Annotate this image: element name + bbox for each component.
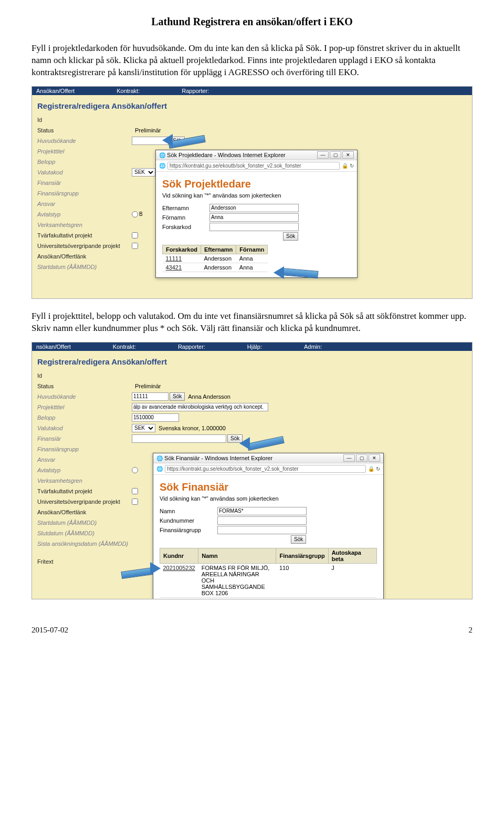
huvudsokande-input[interactable] (132, 392, 169, 401)
popup-sok-button[interactable]: Sök (291, 535, 306, 544)
label-status: Status (37, 383, 132, 389)
results-table: Forskarkod Efternamn Förnamn 11111 Ander… (162, 245, 268, 272)
label-valutakod: Valutakod (37, 169, 132, 175)
results-table: Kundnr Namn Finansiärsgrupp Autoskapa be… (160, 548, 377, 598)
label-fritext: Fritext (37, 558, 132, 565)
label-projekttitel: Projekttitel (37, 148, 132, 154)
table-row[interactable]: 2021005232 FORMAS FR FÖR MILJÖ, AREELLA … (160, 563, 377, 597)
label-lank: Ansökan/Offertlänk (37, 509, 132, 515)
label-id: Id (37, 117, 132, 123)
belopp-input[interactable] (132, 413, 179, 422)
close-icon[interactable]: ✕ (369, 454, 380, 462)
label-status: Status (37, 127, 132, 133)
popup-window-title: Sök Projektledare - Windows Internet Exp… (167, 152, 286, 158)
label-efternamn: Efternamn (162, 205, 209, 211)
maximize-icon[interactable]: ▢ (330, 151, 341, 159)
status-value: Preliminär (135, 383, 161, 389)
label-projekttitel: Projekttitel (37, 404, 132, 410)
label-belopp: Belopp (37, 159, 132, 165)
cell-finansiarsgrupp: 110 (276, 563, 328, 597)
projekttitel-input[interactable] (132, 403, 268, 411)
efternamn-input[interactable] (209, 204, 299, 212)
kundnummer-input[interactable] (217, 516, 307, 525)
label-tvarfak: Tvärfakultativt projekt (37, 232, 132, 238)
popup-heading: Sök Projektledare (162, 178, 351, 190)
fornamn-input[interactable] (209, 213, 299, 222)
finansiarsgrupp-input[interactable] (217, 526, 307, 534)
th-kundnr: Kundnr (160, 548, 198, 563)
label-avtalstyp: Avtalstyp (37, 211, 132, 217)
valutakod-desc: Svenska kronor, 1.000000 (159, 425, 226, 431)
menu-kontrakt[interactable]: Kontrakt: (113, 344, 136, 350)
label-univ: Universitetsövergripande projekt (37, 243, 132, 249)
table-row[interactable]: 11111 Andersson Anna (163, 254, 268, 263)
th-efternamn: Efternamn (201, 245, 236, 254)
refresh-icon[interactable]: ↻ (376, 466, 380, 472)
menu-ansokan[interactable]: nsökan/Offert (36, 344, 71, 350)
tvarfak-checkbox[interactable] (132, 232, 138, 238)
menu-bar: nsökan/Offert Kontrakt: Rapporter: Hjälp… (32, 343, 472, 351)
cell-forskarkod[interactable]: 43421 (163, 263, 201, 272)
tvarfak-checkbox[interactable] (132, 488, 138, 494)
paragraph-2: Fyll i projekttitel, belopp och valutako… (32, 310, 472, 335)
menu-rapporter[interactable]: Rapporter: (178, 344, 205, 350)
cell-kundnr[interactable]: 2021005232 (160, 563, 198, 597)
menu-admin[interactable]: Admin: (304, 344, 322, 350)
label-id: Id (37, 372, 132, 379)
globe-icon (156, 455, 163, 461)
label-finansiar: Finansiär (37, 180, 132, 186)
label-finansiarsgrupp: Finansiärsgrupp (37, 190, 132, 196)
arrow-head-icon (150, 562, 161, 575)
th-finansiarsgrupp: Finansiärsgrupp (276, 548, 328, 563)
table-row[interactable]: 43421 Andersson Anna (163, 263, 268, 272)
avtalstyp-radio[interactable] (132, 467, 138, 473)
namn-input[interactable] (217, 507, 307, 515)
avtalstyp-radio[interactable] (132, 211, 138, 217)
label-verksamhetsgren: Verksamhetsgren (37, 222, 132, 228)
label-forskarkod: Forskarkod (162, 224, 209, 230)
minimize-icon[interactable]: — (343, 454, 355, 462)
th-autoskapa: Autoskapa beta (328, 548, 376, 563)
url-bar[interactable]: https://kontrakt.gu.se/ekoutb/sok_fonste… (165, 465, 366, 473)
lock-icon (342, 163, 348, 169)
refresh-icon[interactable]: ↻ (350, 163, 354, 169)
label-namn: Namn (160, 508, 217, 514)
close-icon[interactable]: ✕ (342, 151, 354, 159)
label-belopp: Belopp (37, 414, 132, 421)
label-finansiarsgrupp: Finansiärsgrupp (160, 527, 217, 533)
univ-checkbox[interactable] (132, 243, 138, 249)
url-bar[interactable]: https://kontrakt.gu.se/ekoutb/sok_fonste… (167, 162, 340, 170)
th-namn: Namn (198, 548, 276, 563)
minimize-icon[interactable]: — (317, 151, 329, 159)
label-valutakod: Valutakod (37, 425, 132, 431)
menu-hjalp[interactable]: Hjälp: (247, 344, 262, 350)
popup-sok-projektledare: Sök Projektledare - Windows Internet Exp… (155, 150, 358, 278)
page-title: Lathund Registrera en ansökan/offert i E… (32, 16, 472, 28)
cell-forskarkod[interactable]: 11111 (163, 254, 201, 263)
label-huvudsokande: Huvudsökande (37, 138, 132, 144)
finansiar-input[interactable] (132, 434, 226, 443)
menu-ansokan[interactable]: Ansökan/Offert (36, 88, 75, 94)
menu-kontrakt[interactable]: Kontrakt: (117, 88, 140, 94)
footer-page-number: 2 (469, 626, 473, 635)
form-heading: Registrera/redigera Ansökan/offert (32, 95, 472, 115)
menu-rapporter[interactable]: Rapporter: (182, 88, 209, 94)
valutakod-select[interactable]: SEK (132, 424, 155, 432)
label-verksamhetsgren: Verksamhetsgren (37, 478, 132, 484)
arrow-head-icon (274, 266, 284, 279)
page-footer: 2015-07-02 2 (32, 626, 472, 635)
popup-sok-button[interactable]: Sök (283, 232, 298, 241)
globe-icon (159, 152, 165, 158)
popup-heading: Sök Finansiär (160, 481, 377, 493)
cell-fornamn: Anna (236, 263, 268, 272)
label-fornamn: Förnamn (162, 214, 209, 221)
status-value: Preliminär (135, 127, 161, 133)
label-avtalstyp: Avtalstyp (37, 467, 132, 473)
popup-sok-finansiar: Sök Finansiär - Windows Internet Explore… (153, 453, 384, 599)
sok-button[interactable]: Sök (170, 392, 185, 401)
forskarkod-input[interactable] (209, 223, 299, 231)
univ-checkbox[interactable] (132, 499, 138, 505)
arrow-icon (121, 567, 153, 579)
maximize-icon[interactable]: ▢ (356, 454, 368, 462)
valutakod-select[interactable]: SEK (132, 168, 155, 177)
